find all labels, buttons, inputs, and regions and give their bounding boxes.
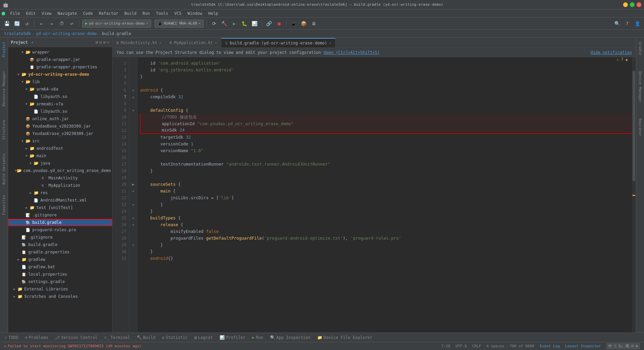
run-config-dropdown[interactable]: ▶ yd-ocr-writing-erase-demo ▾ [82,20,151,28]
fold-icon-9[interactable]: ▼ [132,109,134,112]
tree-item[interactable]: 📄AndroidManifest.xml [8,197,112,204]
fold-icon-23[interactable]: ▼ [132,203,134,207]
maximize-btn[interactable] [630,2,635,7]
tree-item[interactable]: 📦YoudaoErase_v20230309.jar [8,130,112,137]
tree-item[interactable]: 📦YoudaoBase_v20230309.jar [8,123,112,130]
menu-item-refactor[interactable]: Refactor [96,10,121,16]
tab-statistic[interactable]: ◎ Statistic [159,333,191,342]
menu-item-build[interactable]: Build [122,10,139,16]
status-line-col[interactable]: 7:18 [441,344,450,348]
event-log[interactable]: Event Log [540,344,560,348]
tab-buildgradle-active[interactable]: G build.gradle (yd-ocr-writing-erase-dem… [221,38,335,47]
toolbar-refresh-btn[interactable]: ↺ [23,20,31,28]
user-btn[interactable]: 👤 [633,20,641,28]
tree-item[interactable]: 🐘build.gradle [8,219,112,226]
tree-item[interactable]: ▶📁androidTest [8,145,112,152]
tree-item[interactable]: 📄libyauth.so [8,108,112,115]
menu-item-window[interactable]: Window [185,10,205,16]
minimize-btn[interactable] [623,2,628,7]
profile-btn[interactable]: 📊 [251,20,259,28]
structure-tab[interactable]: Structure [0,117,7,143]
menu-item-navigate[interactable]: Navigate [55,10,80,16]
tree-item[interactable]: KMyApplication [8,182,112,189]
build-variants-tab[interactable]: Build Variants [0,151,7,187]
tree-item[interactable]: ▶📁test [unitTest] [8,204,112,211]
sync-project-btn[interactable]: ⟳ [210,20,218,28]
device-dropdown[interactable]: 📱 HUAWEI MHA-AL00 ▾ [155,20,204,28]
tree-item[interactable]: ▶📁gradlew [8,256,112,263]
fold-icon-21[interactable]: ▼ [132,189,134,193]
fold-icon-29[interactable]: ▼ [132,243,134,247]
tree-item[interactable]: ▼📂src [8,137,112,145]
run-icon-20[interactable]: ▶ [132,182,134,187]
menu-item-view[interactable]: View [39,10,54,16]
fold-icon-6[interactable]: ▼ [132,89,134,92]
emulator-tab[interactable]: Emulator [637,116,643,139]
panel-expand-all[interactable]: ⊞ [96,40,98,45]
tab-logcat[interactable]: ▤ Logcat [191,333,216,342]
tree-item[interactable]: 📋gradle.properties [8,248,112,256]
breadcrumb-module[interactable]: yd-ocr-writing-erase-demo [36,31,97,36]
code-content[interactable]: id 'com.android.application' id 'org.jet… [137,57,632,332]
menu-item-vcs[interactable]: VCS [171,10,184,16]
tree-item[interactable]: 📋local.properties [8,271,112,278]
resource-manager-tab[interactable]: Resource Manager [0,68,7,109]
menu-item-tools[interactable]: Tools [153,10,171,16]
panel-collapse-all[interactable]: ⊟ [99,40,102,45]
tree-item[interactable]: ▼📂yd-ocr-writing-erase-demo [8,71,112,78]
editor-scrollbar[interactable] [632,57,636,332]
toolbar-undo-btn[interactable]: ↩ [68,20,76,28]
attach-debugger-btn[interactable]: 🔗 [265,20,273,28]
tab-terminal[interactable]: >_ Terminal [101,333,133,342]
fold-icon-26[interactable]: ▼ [132,223,134,227]
layout-inspector[interactable]: Layout Inspector [565,344,601,348]
tree-item[interactable]: 🐘build.gradle [8,241,112,248]
status-encoding[interactable]: UTF-8 [456,344,467,348]
panel-close[interactable]: × [107,40,109,45]
project-tab[interactable]: Project [0,39,7,60]
tab-build[interactable]: 🔨 Build [133,333,159,342]
tree-item[interactable]: ▶📁res [8,189,112,197]
menu-item-code[interactable]: Code [80,10,96,16]
input-method-indicator[interactable]: 中 ☾ %, 简 ☺ ⚙ [606,343,640,349]
menu-item-edit[interactable]: Edit [23,10,38,16]
tab-todo[interactable]: ✓ TODO [1,333,22,342]
tree-item[interactable]: ▼📂arm64-v8a [8,85,112,93]
scrollbar-thumb[interactable] [633,71,635,181]
run-btn[interactable]: ▶ [230,20,238,28]
tree-item[interactable]: ▶📁Scratches and Consoles [8,293,112,300]
menu-item-file[interactable]: File [7,10,23,16]
tab-profiler[interactable]: 📊 Profiler [216,333,249,342]
toolbar-back-btn[interactable]: ← [37,20,45,28]
favorites-tab[interactable]: Favorites [0,192,7,218]
tree-item[interactable]: ▼📂com.youdao.yd_ocr_writing_erase_demo [8,167,112,174]
tree-item[interactable]: KMainActivity [8,174,112,182]
close-btn[interactable] [637,2,641,7]
tree-item[interactable]: ▶📁External Libraries [8,285,112,293]
toolbar-forward-btn[interactable]: → [47,20,56,28]
open-project-structure-link[interactable]: Open (Ctrl+Alt+Shift+S) [324,50,380,55]
breadcrumb-root[interactable]: traslateSdk [4,31,31,36]
status-line-sep[interactable]: CRLF [472,344,481,348]
toolbar-save-btn[interactable]: 💾 [3,20,11,28]
tree-item[interactable]: 📦online_auth.jar [8,115,112,123]
make-btn[interactable]: 🔨 [220,20,228,28]
gradle-tab[interactable]: Gradle [637,39,643,58]
tree-item[interactable]: 📋gradle-wrapper.properties [8,63,112,71]
tree-item[interactable]: 📝.gitignore [8,211,112,219]
tab-device-explorer[interactable]: 📁 Device File Explorer [314,333,376,342]
tab-close-3[interactable]: × [329,41,331,45]
tab-version-control[interactable]: ⎇ Version Control [52,333,101,342]
device-manager-btn[interactable]: 🖥 [310,20,318,28]
status-indent[interactable]: 4 spaces [486,344,504,348]
search-btn[interactable]: 🔍 [613,20,621,28]
tree-item[interactable]: 🐘settings.gradle [8,278,112,285]
tab-problems[interactable]: ⊘ Problems [22,333,52,342]
toolbar-recent-btn[interactable]: ⏱ [58,20,66,28]
tree-item[interactable]: 📄libyauth.so [8,93,112,100]
tree-item[interactable]: 📄gradlew.bat [8,263,112,271]
menu-item-help[interactable]: Help [205,10,221,16]
tab-close-1[interactable]: × [159,41,161,45]
help-btn[interactable]: ? [623,20,631,28]
avd-manager-btn[interactable]: 📱 [290,20,298,28]
